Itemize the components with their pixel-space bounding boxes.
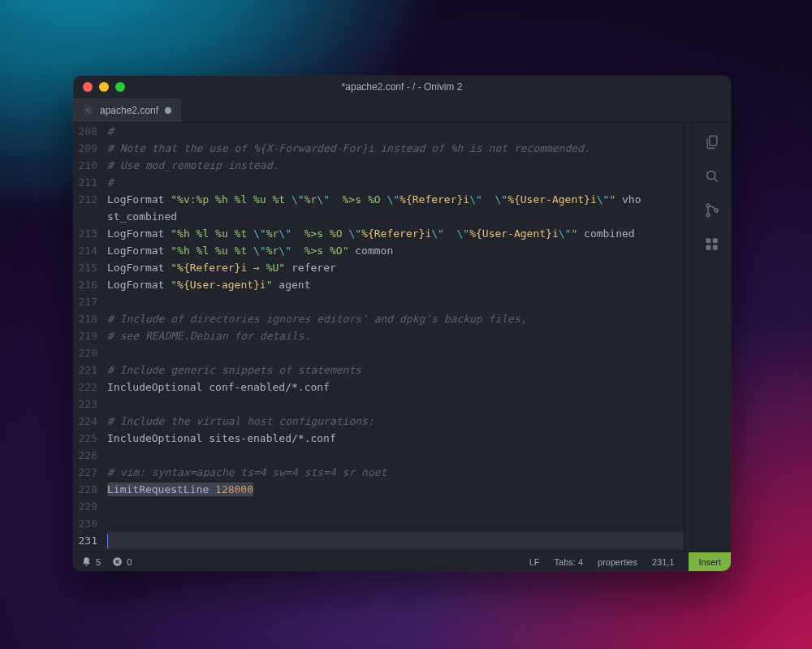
code-line[interactable]: # Use mod_remoteip instead. xyxy=(107,157,684,174)
code-line[interactable] xyxy=(107,447,684,464)
code-line[interactable]: # vim: syntax=apache ts=4 sw=4 sts=4 sr … xyxy=(107,464,684,481)
tab-label: apache2.conf xyxy=(100,105,158,116)
notifications-count: 5 xyxy=(96,557,101,567)
code-line[interactable]: # Include of directories ignores editors… xyxy=(107,310,684,327)
tab-bar: apache2.conf xyxy=(73,98,731,123)
title-bar[interactable]: *apache2.conf - / - Onivim 2 xyxy=(73,76,731,98)
code-line[interactable]: LogFormat "%h %l %u %t \"%r\" %>s %O \"%… xyxy=(107,225,684,242)
code-line[interactable] xyxy=(107,396,684,413)
code-line[interactable]: LogFormat "%{User-agent}i" agent xyxy=(107,276,684,293)
line-number-gutter: 208209210211212 213214215216217218219220… xyxy=(73,123,107,552)
code-line[interactable]: # Include the virtual host configuration… xyxy=(107,413,684,430)
code-line[interactable]: LogFormat "%{Referer}i → %U" referer xyxy=(107,259,684,276)
svg-point-2 xyxy=(706,171,715,180)
close-window-button[interactable] xyxy=(83,82,93,92)
desktop-background: *apache2.conf - / - Onivim 2 apache2.con… xyxy=(0,0,812,649)
notifications-button[interactable]: 5 xyxy=(81,556,101,567)
zoom-window-button[interactable] xyxy=(115,82,125,92)
code-line[interactable]: # Include generic snippets of statements xyxy=(107,361,684,379)
editor-window: *apache2.conf - / - Onivim 2 apache2.con… xyxy=(73,76,731,571)
status-bar: 5 0 LF Tabs: 4 properties 231,1 Insert xyxy=(73,552,731,571)
code-line[interactable]: LogFormat "%v:%p %h %l %u %t \"%r\" %>s … xyxy=(107,191,684,208)
minimap[interactable] xyxy=(684,123,692,552)
svg-point-4 xyxy=(706,214,710,217)
eol-indicator[interactable]: LF xyxy=(529,557,540,567)
code-line[interactable]: LimitRequestLine 128000 xyxy=(107,481,684,498)
cursor-position[interactable]: 231,1 xyxy=(652,557,675,567)
minimize-window-button[interactable] xyxy=(99,82,109,92)
code-line[interactable] xyxy=(107,293,684,310)
code-line[interactable]: LogFormat "%h %l %u %t \"%r\" %>s %O" co… xyxy=(107,242,684,259)
svg-rect-6 xyxy=(706,239,710,244)
code-content[interactable]: ## Note that the use of %{X-Forwarded-Fo… xyxy=(107,123,684,552)
code-line[interactable]: # xyxy=(107,174,684,191)
window-title: *apache2.conf - / - Onivim 2 xyxy=(73,81,731,93)
code-line[interactable]: IncludeOptional sites-enabled/*.conf xyxy=(107,430,684,447)
editor-area: 208209210211212 213214215216217218219220… xyxy=(73,123,692,552)
svg-point-3 xyxy=(706,204,710,207)
svg-point-0 xyxy=(87,109,90,112)
code-line[interactable]: # xyxy=(107,123,684,140)
filetype-indicator[interactable]: properties xyxy=(598,557,637,567)
svg-rect-1 xyxy=(709,136,716,146)
editor-body: 208209210211212 213214215216217218219220… xyxy=(73,123,731,552)
extensions-icon[interactable] xyxy=(704,236,720,253)
svg-rect-9 xyxy=(712,245,717,250)
svg-point-5 xyxy=(715,209,718,212)
traffic-lights xyxy=(83,82,125,92)
errors-count: 0 xyxy=(127,557,132,567)
code-line[interactable] xyxy=(107,532,684,549)
gear-icon xyxy=(83,105,93,115)
search-icon[interactable] xyxy=(704,168,720,184)
code-line[interactable]: IncludeOptional conf-enabled/*.conf xyxy=(107,379,684,396)
code-line[interactable]: # Note that the use of %{X-Forwarded-For… xyxy=(107,140,684,157)
modified-indicator-icon xyxy=(165,107,171,114)
svg-rect-7 xyxy=(712,239,717,244)
git-icon[interactable] xyxy=(704,202,720,218)
svg-rect-8 xyxy=(706,245,710,250)
bell-icon xyxy=(81,556,92,567)
code-line[interactable] xyxy=(107,515,684,532)
error-icon xyxy=(112,556,123,567)
code-line[interactable] xyxy=(107,344,684,361)
indent-indicator[interactable]: Tabs: 4 xyxy=(555,557,583,567)
code-line[interactable]: # see README.Debian for details. xyxy=(107,327,684,344)
text-editor[interactable]: 208209210211212 213214215216217218219220… xyxy=(73,123,684,552)
code-line[interactable] xyxy=(107,498,684,515)
tab-apache2-conf[interactable]: apache2.conf xyxy=(73,98,181,122)
activity-bar xyxy=(692,123,731,552)
vim-mode-indicator[interactable]: Insert xyxy=(689,552,731,572)
files-icon[interactable] xyxy=(704,134,720,150)
errors-button[interactable]: 0 xyxy=(112,556,132,567)
